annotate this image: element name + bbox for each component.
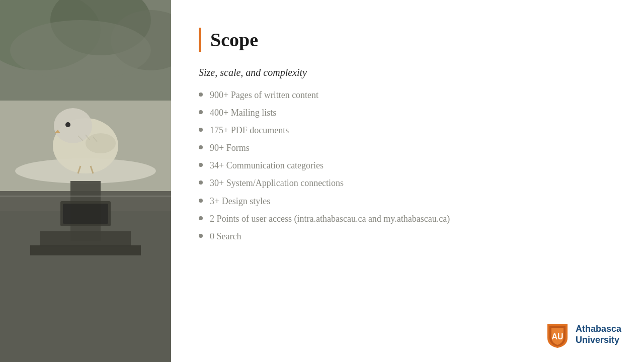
bullet-dot — [199, 145, 203, 149]
bullet-dot — [199, 93, 203, 97]
bullet-text: 400+ Mailing lists — [210, 106, 614, 119]
svg-point-12 — [54, 108, 92, 143]
bullet-text: 90+ Forms — [210, 141, 614, 154]
bullet-dot — [199, 234, 203, 238]
svg-point-14 — [65, 122, 70, 127]
bullet-dot — [199, 163, 203, 167]
bullet-text: 34+ Communication categories — [210, 159, 614, 172]
bullet-dot — [199, 110, 203, 114]
svg-rect-10 — [30, 245, 141, 255]
list-item: 0 Search — [199, 230, 614, 243]
bullet-text: 175+ PDF documents — [210, 124, 614, 137]
left-image-panel — [0, 0, 171, 362]
university-name-line2: University — [576, 335, 621, 346]
university-name: Athabasca University — [576, 324, 621, 345]
list-item: 400+ Mailing lists — [199, 106, 614, 119]
svg-rect-9 — [40, 231, 131, 246]
bullet-text: 3+ Design styles — [210, 195, 614, 208]
svg-point-4 — [10, 20, 151, 80]
list-item: 175+ PDF documents — [199, 124, 614, 137]
list-item: 2 Points of user access (intra.athabasca… — [199, 212, 614, 225]
list-item: 30+ System/Application connections — [199, 176, 614, 190]
bullet-list: 900+ Pages of written content 400+ Maili… — [199, 88, 614, 247]
bullet-text: 0 Search — [210, 230, 614, 243]
list-item: 90+ Forms — [199, 141, 614, 154]
list-item: 34+ Communication categories — [199, 159, 614, 172]
page-title: Scope — [210, 29, 258, 51]
svg-rect-23 — [63, 204, 108, 224]
bullet-dot — [199, 199, 203, 203]
subtitle: Size, scale, and complexity — [199, 67, 614, 78]
bullet-text: 900+ Pages of written content — [210, 88, 614, 102]
list-item: 3+ Design styles — [199, 195, 614, 208]
bullet-dot — [199, 180, 203, 185]
bullet-dot — [199, 216, 203, 220]
svg-point-15 — [86, 133, 116, 153]
svg-text:AU: AU — [551, 332, 563, 341]
title-section: Scope — [199, 28, 614, 52]
title-accent-bar — [199, 28, 201, 52]
right-content-panel: Scope Size, scale, and complexity 900+ P… — [171, 0, 644, 362]
bullet-text: 30+ System/Application connections — [210, 176, 614, 190]
university-name-line1: Athabasca — [576, 324, 621, 335]
list-item: 900+ Pages of written content — [199, 88, 614, 102]
university-logo: AU Athabasca University — [545, 322, 621, 348]
bullet-dot — [199, 128, 203, 132]
bullet-text: 2 Points of user access (intra.athabasca… — [210, 212, 614, 225]
shield-icon: AU — [545, 322, 570, 348]
